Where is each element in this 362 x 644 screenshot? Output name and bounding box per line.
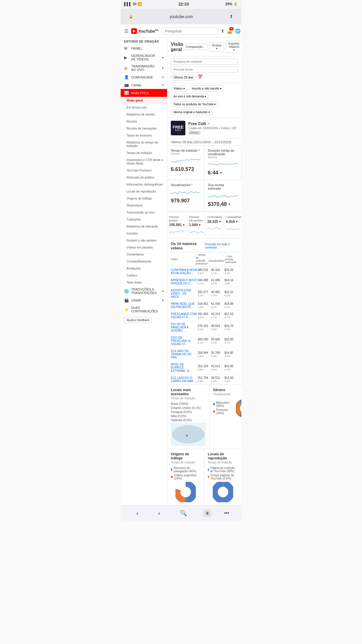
sidebar-item-taxas[interactable]: Taxas de anúncios: [121, 132, 167, 139]
analytics-label: ANALYTICS: [131, 91, 149, 95]
sidebar-item-visao-geral[interactable]: Visão geral: [121, 97, 167, 104]
rel-tempo-label: Relatórios do tempo de exibição: [126, 141, 164, 148]
sidebar-item-anotacoes[interactable]: Anotações: [121, 265, 167, 272]
sidebar-item-telas-finais[interactable]: Telas finais: [121, 279, 167, 286]
table-row: ELE LASCOU O CARRO EM MIM ,... 251.794 3…: [167, 374, 241, 385]
col-views: ↓ Visualizações*: [208, 253, 225, 265]
sidebar-item-demografico[interactable]: Informações demográficas: [121, 181, 167, 188]
locations-card: Locais mais acessados Tempo de exibição …: [167, 385, 210, 449]
header-icons: ⬆ 🔔99 🌐: [221, 28, 241, 34]
sidebar-item-cartoes[interactable]: Cartões: [121, 272, 167, 279]
sidebar-item-compartilhamento[interactable]: Compartilhamento: [121, 258, 167, 265]
youtube-logo[interactable]: ▶ YouTubeBR: [131, 28, 158, 34]
sidebar-item-transmissao[interactable]: ◎ TRANSMISSÃO AO VIVO ▾: [121, 63, 167, 73]
yt-premium-label: YouTube Premium: [126, 169, 152, 172]
transmissao-ao-vivo-label: Transmissão ao vivo: [126, 211, 154, 214]
search-input[interactable]: [161, 27, 218, 35]
content-area: Visão geral Comparação... Grupos ▾ Expor…: [167, 38, 241, 505]
sidebar-item-retencao[interactable]: Retenção de público: [121, 174, 167, 181]
col-watch-time: ↓ Tempo de exibição (minutos)*: [196, 253, 208, 265]
date-picker-button[interactable]: Últimos 28 dias: [171, 74, 196, 80]
forward-button[interactable]: ›: [155, 509, 164, 518]
sidebar-item-traducoes[interactable]: Traduções: [121, 216, 167, 223]
url-label[interactable]: youtube.com: [133, 14, 229, 19]
upload-icon[interactable]: ⬆: [221, 28, 224, 34]
sidebar-item-receita[interactable]: Receita: [121, 118, 167, 125]
back-button[interactable]: ‹: [133, 509, 142, 518]
sidebar-item-inscritos[interactable]: Inscritos: [121, 230, 167, 237]
chevron-down-icon-3: ▾: [162, 76, 164, 79]
export-button[interactable]: Exportar relatório ▾: [226, 41, 241, 53]
videos-filter[interactable]: Vídeos ▾: [171, 85, 187, 92]
browser-bar[interactable]: 🔒 youtube.com ⬆: [125, 11, 237, 22]
help-button[interactable]: Ajuda e feedback: [124, 317, 152, 323]
compartilhamento-label: Compartilhamento: [126, 260, 152, 263]
status-time: 22:33: [178, 2, 189, 6]
live-filter[interactable]: Ao vivo e sob demanda ▾: [171, 93, 209, 99]
sidebar-item-yt-premium[interactable]: YouTube Premium: [121, 167, 167, 174]
content-search-input[interactable]: [171, 59, 238, 65]
sidebar-item-contribuicoes[interactable]: ⭐ SUAS CONTRIBUIÇÕES: [121, 304, 167, 315]
playback-title: Locais de reprodução: [208, 452, 238, 460]
sidebar-item-canal[interactable]: 📺 CANAL ▾: [121, 81, 167, 89]
sidebar-item-painel[interactable]: ⊞ PAINEL: [121, 44, 167, 52]
hamburger-icon[interactable]: ☰: [124, 28, 128, 34]
canal-badge: CANAL: [188, 131, 201, 135]
watch-time-chart: [171, 156, 201, 165]
sidebar-item-dispositivos[interactable]: Dispositivos: [121, 202, 167, 209]
sidebar-item-transmissao-ao-vivo[interactable]: Transmissão ao vivo: [121, 209, 167, 216]
painel-label: PAINEL: [131, 47, 142, 50]
views-chart: [171, 188, 201, 197]
notification-icon[interactable]: 🔔99: [227, 28, 233, 34]
svg-point-10: [218, 487, 228, 497]
sidebar-item-videos-playlists[interactable]: Vídeos em playlists: [121, 244, 167, 251]
sidebar-item-gostam-nao[interactable]: Gostam e não gostam: [121, 237, 167, 244]
comparison-button[interactable]: Comparação...: [183, 44, 208, 50]
share-icon[interactable]: ⬆: [229, 14, 233, 19]
subscription-filter[interactable]: Inscrito e não inscrito ▾: [189, 85, 224, 92]
more-button[interactable]: •••: [224, 510, 229, 516]
tabs-button[interactable]: 8: [203, 510, 211, 517]
sidebar-item-receita-transacoes[interactable]: Receita de transações: [121, 125, 167, 132]
table-header: Vídeo ↓ Tempo de exibição (minutos)* ↓ V…: [167, 252, 241, 267]
channel-thumbnail: FREE COLT: [171, 121, 185, 135]
top-videos-link[interactable]: Procurar em todo o conteúdo: [205, 243, 238, 249]
sidebar-item-rel-interacao[interactable]: Relatórios de interação: [121, 223, 167, 230]
sidebar-item-origens[interactable]: Origens de tráfego: [121, 195, 167, 202]
sidebar-item-locais[interactable]: Locais de reprodução: [121, 188, 167, 195]
gerenciador-label: GERENCIADOR DE VÍDEOS: [131, 54, 160, 61]
transmissao-label: TRANSMISSÃO AO VIVO: [131, 64, 160, 71]
language-filter[interactable]: Idioma original e traduzido ▾: [171, 109, 212, 115]
col-revenue: ↓ Sua receita estimada: [225, 253, 238, 265]
calendar-icon[interactable]: 📅: [198, 74, 203, 80]
chevron-down-icon-4: ▾: [162, 83, 164, 87]
comentarios-label: Comentários: [126, 253, 144, 256]
sidebar-item-analytics[interactable]: 📊 ANALYTICS: [121, 89, 167, 97]
sidebar-item-comentarios[interactable]: Comentários: [121, 251, 167, 258]
table-row: APRENDA O NOVO ATAQUE DO C... 340.498 5,…: [167, 277, 241, 287]
playback-card: Locais de reprodução Tempo de exibição P…: [204, 449, 241, 505]
shares-item: Compartilhament. 6.916 ▼: [224, 214, 241, 236]
sidebar-item-impressoes[interactable]: Impressões e CTR (teste o Studio Beta): [121, 156, 167, 167]
globe-icon[interactable]: 🌐: [235, 28, 241, 34]
top-videos-header: Os 10 maiores vídeos Procurar em todo o …: [167, 239, 241, 252]
sidebar-item-criar[interactable]: 🎬 CRIAR ▾: [121, 296, 167, 304]
revenue-chart: [208, 191, 238, 200]
sidebar-item-relatorios-receita[interactable]: Relatórios de receita: [121, 111, 167, 118]
sidebar-item-traducoes-transcricoes[interactable]: 🌐 TRADUÇÕES E TRANSCRIÇÕES ▾: [121, 286, 167, 296]
sidebar-item-em-tempo-real[interactable]: Em tempo real: [121, 104, 167, 111]
sidebar-item-tempo-exibicao[interactable]: Tempo de exibição: [121, 149, 167, 156]
sidebar-item-rel-tempo[interactable]: Relatórios do tempo de exibição: [121, 139, 167, 149]
status-bar: ▌▌▌ Oi 📶 22:33 25% 🔋: [121, 0, 241, 8]
products-filter[interactable]: Todos os produtos do YouTube ▾: [171, 101, 218, 107]
wifi-icon: 📶: [138, 2, 142, 6]
location-search-input[interactable]: [171, 66, 238, 73]
sidebar-item-comunidade[interactable]: 👤 COMUNIDADE ▾: [121, 73, 167, 81]
demografico-label: Informações demográficas: [126, 183, 163, 186]
groups-button[interactable]: Grupos ▾: [209, 42, 224, 52]
gender-legend: Masculino (66%) Feminino (34%): [213, 401, 233, 416]
sidebar-item-gerenciador[interactable]: ▶ GERENCIADOR DE VÍDEOS ▾: [121, 52, 167, 63]
search-button[interactable]: 🔍: [176, 508, 191, 518]
sidebar: ESTÚDIO DE CRIAÇÃO ⊞ PAINEL ▶ GERENCIADO…: [121, 38, 167, 505]
taxas-label: Taxas de anúncios: [126, 134, 152, 137]
